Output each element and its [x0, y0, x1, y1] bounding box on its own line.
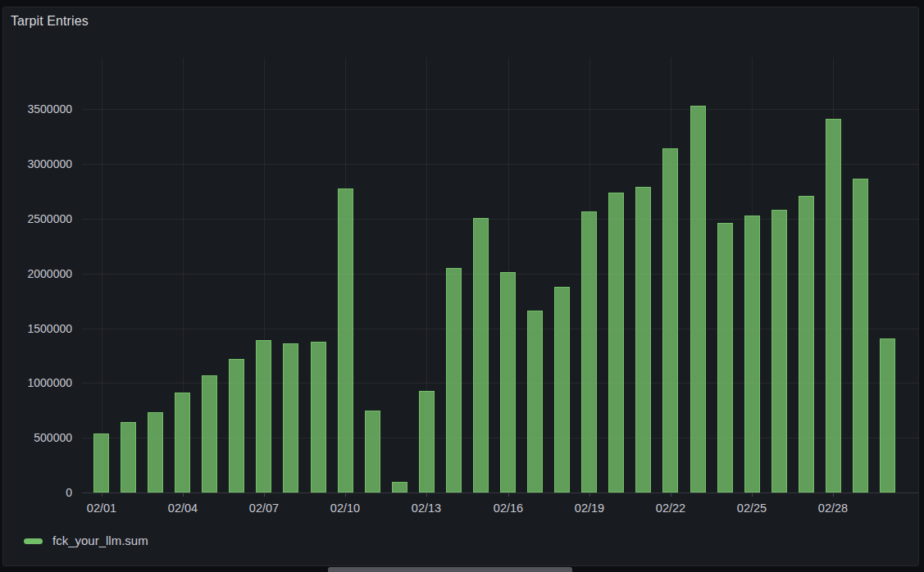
bar[interactable] — [608, 193, 624, 493]
bar[interactable] — [446, 268, 462, 493]
y-axis-tick-label: 500000 — [0, 430, 72, 445]
bar[interactable] — [527, 311, 543, 493]
bar[interactable] — [392, 482, 407, 493]
gridline-vertical — [102, 57, 102, 493]
x-axis-tick — [508, 493, 509, 497]
legend-series-label[interactable]: fck_your_llm.sum — [52, 533, 148, 549]
x-axis-line — [82, 493, 919, 493]
horizontal-scrollbar-thumb[interactable] — [328, 567, 572, 572]
x-axis-tick — [102, 493, 102, 497]
x-axis-tick — [183, 493, 184, 497]
y-axis-tick-label: 0 — [0, 485, 72, 500]
x-axis-tick-label: 02/04 — [148, 501, 217, 515]
bar[interactable] — [283, 343, 298, 493]
bar[interactable] — [500, 272, 516, 493]
bar[interactable] — [311, 342, 326, 493]
bar-chart-plot: 0500000100000015000002000000250000030000… — [0, 0, 924, 572]
y-axis-tick-label: 3000000 — [0, 157, 72, 171]
legend: fck_your_llm.sum — [24, 533, 148, 549]
y-axis-tick-label: 1000000 — [0, 375, 72, 390]
bar[interactable] — [338, 188, 353, 493]
x-axis-tick-label: 02/10 — [311, 501, 380, 515]
bar[interactable] — [690, 106, 706, 493]
bar[interactable] — [202, 375, 217, 493]
bar[interactable] — [554, 287, 570, 493]
bar[interactable] — [826, 119, 841, 493]
x-axis-tick-label: 02/13 — [392, 501, 461, 515]
x-axis-tick — [264, 493, 265, 497]
bar[interactable] — [93, 434, 109, 493]
dashboard-page: Tarpit Entries 0500000100000015000002000… — [0, 0, 924, 572]
x-axis-tick — [671, 493, 671, 497]
y-axis-tick-label: 2000000 — [0, 266, 72, 281]
x-axis-tick-label: 02/16 — [474, 501, 543, 515]
bar[interactable] — [121, 422, 136, 493]
x-axis-tick-label: 02/19 — [555, 501, 624, 515]
bar[interactable] — [148, 412, 163, 493]
y-axis-tick-label: 1500000 — [0, 321, 72, 336]
x-axis-tick-label: 02/01 — [67, 501, 136, 515]
x-axis-tick-label: 02/28 — [799, 501, 867, 515]
bar[interactable] — [175, 393, 190, 493]
x-axis-tick-label: 02/25 — [717, 501, 786, 515]
bar[interactable] — [365, 411, 380, 493]
bar[interactable] — [772, 210, 787, 493]
x-axis-tick — [345, 493, 346, 497]
gridline-horizontal — [82, 164, 919, 165]
x-axis-tick — [589, 493, 590, 497]
bar[interactable] — [853, 179, 868, 493]
bar[interactable] — [229, 359, 244, 493]
bar[interactable] — [662, 148, 678, 493]
bar[interactable] — [744, 216, 760, 493]
x-axis-tick — [752, 493, 753, 497]
gridline-horizontal — [82, 109, 919, 110]
x-axis-tick-label: 02/07 — [230, 501, 298, 515]
x-axis-tick-label: 02/22 — [636, 501, 705, 515]
bar[interactable] — [799, 196, 814, 493]
bar[interactable] — [717, 223, 733, 493]
y-axis-tick-label: 3500000 — [0, 102, 72, 116]
bar[interactable] — [256, 340, 271, 493]
x-axis-tick — [426, 493, 427, 497]
legend-swatch-icon[interactable] — [24, 538, 43, 544]
x-axis-tick — [833, 493, 834, 497]
gridline-horizontal — [82, 219, 919, 220]
bar[interactable] — [880, 338, 895, 493]
bar[interactable] — [581, 211, 597, 493]
bar[interactable] — [473, 218, 489, 493]
y-axis-tick-label: 2500000 — [0, 211, 72, 226]
bar[interactable] — [635, 187, 651, 493]
bar[interactable] — [419, 391, 435, 493]
